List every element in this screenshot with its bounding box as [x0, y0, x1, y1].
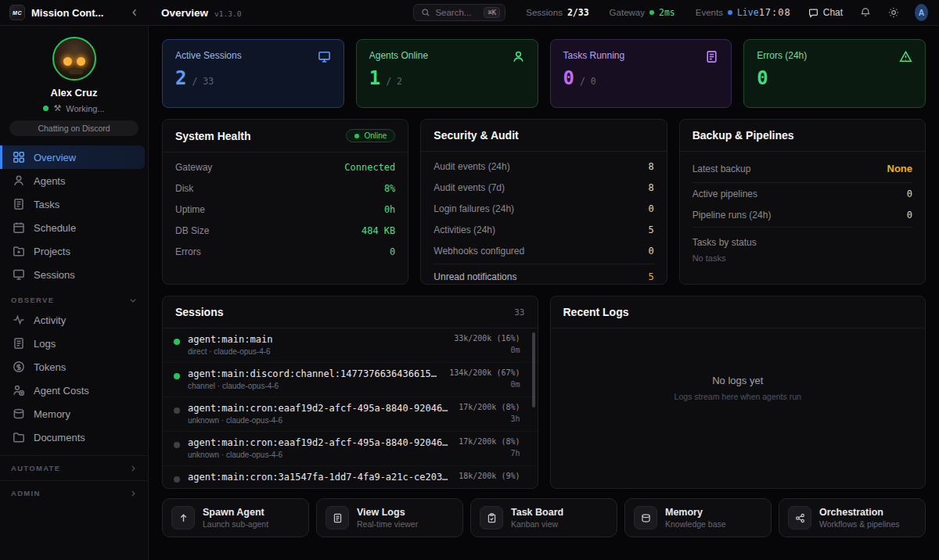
sidebar-item-label: Logs: [34, 338, 56, 350]
action-title: Task Board: [511, 507, 563, 518]
stat-card-active-sessions[interactable]: Active Sessions 2 / 33: [162, 39, 344, 108]
row-label: Pipeline runs (24h): [693, 210, 772, 221]
search-input[interactable]: [435, 8, 479, 17]
sidebar-item-label: Sessions: [34, 269, 75, 281]
sidebar-item-tokens[interactable]: Tokens: [0, 355, 145, 379]
sessions-count: 33: [514, 307, 524, 318]
stat-card-tasks-running[interactable]: Tasks Running 0 / 0: [550, 39, 732, 108]
chat-button[interactable]: Chat: [808, 7, 843, 18]
automate-section-header[interactable]: AUTOMATE: [0, 455, 148, 480]
events-status-dot: [728, 10, 732, 15]
sidebar-item-documents[interactable]: Documents: [0, 425, 145, 449]
panel-title: Recent Logs: [563, 306, 629, 318]
stat-card-errors[interactable]: Errors (24h) 0: [743, 39, 926, 108]
panel-title: Sessions: [175, 306, 223, 318]
person-icon: [512, 50, 525, 63]
logs-empty-title: No logs yet: [712, 375, 763, 386]
session-row[interactable]: agent:main:main direct · claude-opus-4-6…: [163, 328, 538, 363]
monitor-icon: [13, 268, 25, 281]
admin-section-header[interactable]: ADMIN: [0, 480, 148, 505]
sidebar-item-activity[interactable]: Activity: [0, 308, 145, 332]
pipelines-row: Active pipelines 0: [693, 183, 912, 204]
sidebar-item-logs[interactable]: Logs: [0, 332, 145, 355]
online-badge: Online: [346, 129, 395, 142]
row-value: 0h: [384, 204, 395, 215]
online-badge-label: Online: [364, 131, 387, 140]
sidebar-item-label: Overview: [34, 152, 76, 163]
chat-button-label: Chat: [823, 7, 843, 18]
notification-button[interactable]: [860, 7, 871, 18]
row-label: Webhooks configured: [434, 246, 524, 257]
chevron-down-icon: [129, 296, 137, 304]
row-value: 0: [907, 210, 912, 221]
health-row-uptime: Uptime 0h: [175, 199, 395, 220]
session-row[interactable]: agent:main:cron:eaaf19d2-afcf-495a-8840-…: [163, 432, 538, 466]
sidebar-item-label: Documents: [34, 432, 85, 443]
view-logs-button[interactable]: View Logs Real-time viewer: [316, 498, 463, 537]
sidebar-item-schedule[interactable]: Schedule: [0, 216, 145, 239]
task-board-button[interactable]: Task Board Kanban view: [470, 498, 617, 537]
memory-button[interactable]: Memory Knowledge base: [624, 498, 772, 537]
session-row[interactable]: agent:main:cron:eaaf19d2-afcf-495a-8840-…: [163, 397, 538, 432]
scrollbar[interactable]: [532, 332, 535, 407]
list-icon: [705, 50, 718, 63]
sidebar-item-sessions[interactable]: Sessions: [0, 263, 145, 286]
session-row[interactable]: agent:main:cron:3a1547fa-1dd7-4fa9-a21c-…: [163, 466, 538, 486]
sidebar-item-agents[interactable]: Agents: [0, 169, 145, 192]
session-name: agent:main:cron:eaaf19d2-afcf-495a-8840-…: [188, 403, 451, 414]
observe-nav: Activity Logs Tokens Agent Costs Memory …: [0, 308, 148, 449]
observe-section-header[interactable]: OBSERVE: [0, 286, 148, 308]
row-value: 5: [648, 271, 653, 282]
health-row-gateway: Gateway Connected: [175, 156, 395, 178]
health-row-errors: Errors 0: [175, 241, 395, 262]
session-age: 0m: [454, 346, 520, 354]
gateway-status-dot: [649, 10, 654, 15]
search-box[interactable]: ⌘K: [413, 4, 505, 21]
version-label: v1.3.0: [214, 9, 241, 18]
share-icon: [788, 506, 811, 529]
folder-plus-icon: [13, 245, 25, 257]
session-meta: channel · claude-opus-4-6: [188, 382, 441, 390]
automate-section-label: AUTOMATE: [11, 464, 60, 472]
stat-card-suffix: / 2: [386, 76, 402, 87]
clock: 17:08: [759, 7, 791, 18]
security-row: Login failures (24h) 0: [434, 198, 653, 219]
robot-eye-left: [63, 57, 72, 66]
session-row[interactable]: agent:main:discord:channel:1477376636436…: [163, 363, 538, 397]
health-row-db-size: DB Size 484 KB: [175, 220, 395, 241]
row-value: 5: [648, 224, 653, 235]
sessions-stat: Sessions 2/33: [526, 7, 588, 18]
theme-toggle-button[interactable]: [888, 7, 899, 18]
row-value: 8: [648, 182, 653, 193]
tasks-by-status-label: Tasks by status: [693, 232, 912, 248]
spawn-agent-button[interactable]: Spawn Agent Launch sub-agent: [162, 498, 309, 537]
security-audit-panel: Security & Audit Audit events (24h) 8 Au…: [420, 119, 667, 285]
session-status-dot: [174, 373, 180, 379]
info-panels: System Health Online Gateway Connected D…: [162, 119, 926, 285]
sidebar-item-overview[interactable]: Overview: [0, 145, 145, 169]
stat-card-value: 1: [369, 67, 380, 89]
sidebar-item-projects[interactable]: Projects: [0, 239, 145, 263]
session-tokens: 33k/200k (16%): [454, 334, 520, 343]
row-value: 484 KB: [362, 225, 395, 236]
app-logo: MC: [9, 5, 25, 20]
sidebar-item-memory[interactable]: Memory: [0, 402, 145, 425]
security-row: Activities (24h) 5: [434, 219, 653, 240]
sidebar: Alex Cruz ⚒ Working... Chatting on Disco…: [0, 26, 149, 560]
sidebar-collapse-button[interactable]: [130, 8, 139, 17]
orchestration-button[interactable]: Orchestration Workflows & pipelines: [779, 498, 926, 537]
sidebar-item-label: Activity: [34, 314, 66, 326]
session-meta: direct · claude-opus-4-6: [188, 347, 446, 356]
user-avatar-button[interactable]: A: [915, 4, 928, 21]
activity-badge: Chatting on Discord: [9, 120, 139, 136]
sidebar-item-tasks[interactable]: Tasks: [0, 192, 145, 216]
session-status-dot: [174, 339, 180, 345]
session-meta: unknown · claude-opus-4-6: [188, 451, 451, 459]
row-label: Latest backup: [693, 163, 751, 174]
session-tokens: 18k/200k (9%): [459, 472, 520, 480]
sidebar-item-agent-costs[interactable]: Agent Costs: [0, 379, 145, 402]
avatar: [52, 37, 96, 81]
stat-card-agents-online[interactable]: Agents Online 1 / 2: [356, 39, 538, 108]
row-label: Audit events (24h): [434, 161, 509, 172]
sessions-list[interactable]: agent:main:main direct · claude-opus-4-6…: [163, 328, 538, 486]
